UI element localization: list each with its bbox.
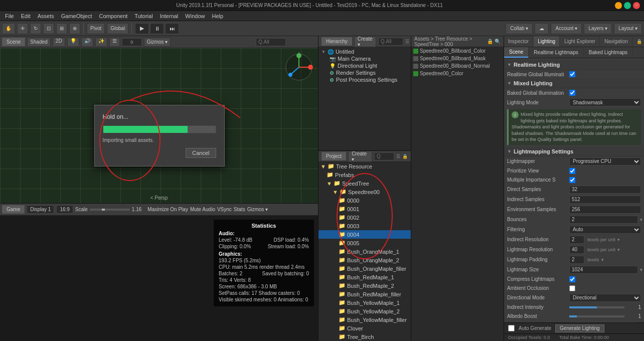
environment-samples-input[interactable] [569, 206, 641, 214]
subfolder-bush-2[interactable]: 📁 Bush_OrangMaple_2 [318, 256, 411, 264]
lightmap-res-expand[interactable]: ▾ [617, 247, 620, 252]
mixed-section[interactable]: ▼ Mixed Lighting [504, 79, 644, 88]
project-tab[interactable]: Project [321, 152, 346, 160]
subfolder-yellow-2[interactable]: 📁 Bush_YellowMaple_2 [318, 307, 411, 315]
transform-tool[interactable]: ⊕ [69, 23, 80, 34]
fx-toggle[interactable]: ✨ [95, 38, 107, 47]
asset-lock[interactable]: 🔒 [487, 39, 493, 44]
folder-speedtree[interactable]: ▼ 📁 SpeedTree [318, 179, 411, 188]
maximize-button[interactable]: □ [624, 2, 631, 9]
tab-light-explorer[interactable]: Light Explorer [560, 36, 600, 47]
rotate-tool[interactable]: ↻ [30, 23, 41, 34]
subfolder-red-2[interactable]: 📁 Bush_RedMaple_2 [318, 281, 411, 290]
realtime-gi-checkbox[interactable] [569, 71, 575, 77]
direct-samples-input[interactable] [569, 186, 641, 194]
hierarchy-item-maincamera[interactable]: 📷 Main Camera [319, 55, 410, 62]
folder-tree-resource[interactable]: ▼ 📁 Tree Resource [318, 162, 411, 170]
scene-tab[interactable]: Scene [2, 38, 25, 46]
hierarchy-search[interactable] [378, 38, 403, 46]
lighting-tab-baked[interactable]: Baked Lightmaps [584, 47, 633, 58]
hierarchy-item-untitled[interactable]: ▼ 🌐 Untitled [319, 48, 410, 55]
shading-dropdown[interactable]: Shaded [27, 38, 50, 47]
scale-slider[interactable] [90, 209, 130, 211]
layers-button[interactable]: Layers ▾ [584, 23, 612, 34]
gizmos-dropdown[interactable]: Gizmos ▾ [144, 38, 171, 47]
compress-lightmaps-checkbox[interactable] [569, 276, 575, 282]
subfolder-red-filler[interactable]: 📁 Bush_RedMaple_filler [318, 290, 411, 298]
maximize-on-play-label[interactable]: Maximize On Play [147, 207, 188, 212]
scene-layer[interactable]: ☰ [109, 38, 120, 47]
project-create-btn[interactable]: Create ▾ [348, 151, 372, 162]
display-dropdown[interactable]: Display 1 [27, 205, 54, 214]
subfolder-tree-birch[interactable]: 📁 Tree_Birch [318, 332, 411, 341]
cancel-button[interactable]: Cancel [186, 148, 216, 158]
asset-billboard-color[interactable]: Speedtree00_Billboard_Color [411, 47, 504, 55]
tab-inspector[interactable]: Inspector [504, 36, 533, 47]
project-lock-icon[interactable]: 🔒 [402, 154, 408, 159]
indirect-res-expand[interactable]: ▾ [617, 237, 620, 242]
project-menu-icon[interactable]: ☰ [396, 154, 400, 159]
subfolder-0002[interactable]: 📁 0002 [318, 213, 411, 222]
camera-speed[interactable]: 0 [122, 38, 142, 46]
tab-navigation[interactable]: Navigation [600, 36, 632, 47]
minimize-button[interactable]: ─ [615, 2, 622, 9]
asset-color[interactable]: Speedtree00_Color [411, 70, 504, 77]
indirect-resolution-input[interactable] [569, 236, 584, 244]
prioritize-view-checkbox[interactable] [569, 168, 575, 174]
folder-prefabs[interactable]: 📁 Prefabs [318, 170, 411, 179]
asset-billboard-normal[interactable]: Speedtree00_Billboard_Normal [411, 62, 504, 70]
lighting-mode-dropdown[interactable]: Shadowmask [569, 98, 641, 106]
collab-button[interactable]: Collab ▾ [506, 23, 533, 34]
lightmapper-dropdown[interactable]: Progressive CPU [569, 157, 641, 165]
asset-billboard-mask[interactable]: Speedtree00_Billboard_Mask [411, 55, 504, 62]
multiple-importance-checkbox[interactable] [569, 177, 575, 183]
cloud-button[interactable]: ☁ [535, 23, 549, 34]
subfolder-0003[interactable]: 📁 0003 [318, 222, 411, 230]
menu-edit[interactable]: Edit [18, 12, 34, 20]
menu-tutorial[interactable]: Tutorial [131, 12, 155, 20]
realtime-section[interactable]: ▼ Realtime Lighting [504, 60, 644, 70]
hierarchy-create-btn[interactable]: Create ▾ [354, 36, 376, 47]
aspect-dropdown[interactable]: 16:9 [56, 205, 73, 214]
directional-mode-dropdown[interactable]: Directional [569, 294, 641, 302]
ambient-occlusion-checkbox[interactable] [569, 285, 575, 291]
subfolder-bush-1[interactable]: 📁 Bush_OrangMaple_1 [318, 247, 411, 256]
hand-tool[interactable]: ✋ [2, 23, 15, 34]
global-button[interactable]: Global [107, 23, 128, 34]
pause-button[interactable]: ⏸ [150, 23, 164, 34]
indirect-samples-input[interactable] [569, 196, 641, 204]
menu-component[interactable]: Component [96, 12, 130, 20]
albedo-boost-slider[interactable] [569, 315, 624, 317]
menu-window[interactable]: Window [182, 12, 208, 20]
project-search[interactable] [374, 152, 394, 160]
menu-file[interactable]: File [2, 12, 17, 20]
subfolder-0001[interactable]: 📁 0001 [318, 205, 411, 213]
asset-search[interactable]: 🔍 [495, 39, 501, 44]
menu-internal[interactable]: Internal [157, 12, 182, 20]
tab-lighting[interactable]: Lighting [534, 36, 560, 47]
lighting-toggle[interactable]: 💡 [67, 38, 79, 47]
step-button[interactable]: ⏭ [165, 23, 179, 34]
pivot-button[interactable]: Pivot [87, 23, 105, 34]
scene-search-input[interactable] [256, 38, 286, 46]
subfolder-0000[interactable]: 📁 0000 [318, 196, 411, 205]
subfolder-yellow-filler[interactable]: 📁 Bush_YellowMaple_filler [318, 315, 411, 324]
subfolder-yellow-1[interactable]: 📁 Bush_YellowMaple_1 [318, 298, 411, 307]
menu-assets[interactable]: Assets [35, 12, 57, 20]
filtering-dropdown[interactable]: Auto [569, 226, 641, 234]
baked-gi-checkbox[interactable] [569, 90, 575, 96]
menu-gameobject[interactable]: GameObject [58, 12, 95, 20]
lightmap-pad-expand[interactable]: ▾ [601, 257, 604, 262]
scale-tool[interactable]: ⊡ [43, 23, 54, 34]
bounces-input[interactable] [569, 216, 638, 224]
hierarchy-item-directionallight[interactable]: 💡 Directional Light [319, 62, 410, 69]
hierarchy-item-postprocessing[interactable]: ⚙ Post Processing Settings [319, 76, 410, 83]
auto-generate-checkbox[interactable] [508, 325, 515, 331]
2d-button[interactable]: 2D [53, 38, 65, 47]
subfolder-clover[interactable]: 📁 Clover [318, 324, 411, 332]
lightmap-size-input[interactable] [569, 266, 638, 274]
bounces-expand[interactable]: ▾ [640, 217, 642, 222]
play-button[interactable]: ▶ [135, 23, 149, 34]
vsync-label[interactable]: VSync [217, 207, 232, 212]
hierarchy-tab[interactable]: Hierarchy [321, 37, 352, 46]
